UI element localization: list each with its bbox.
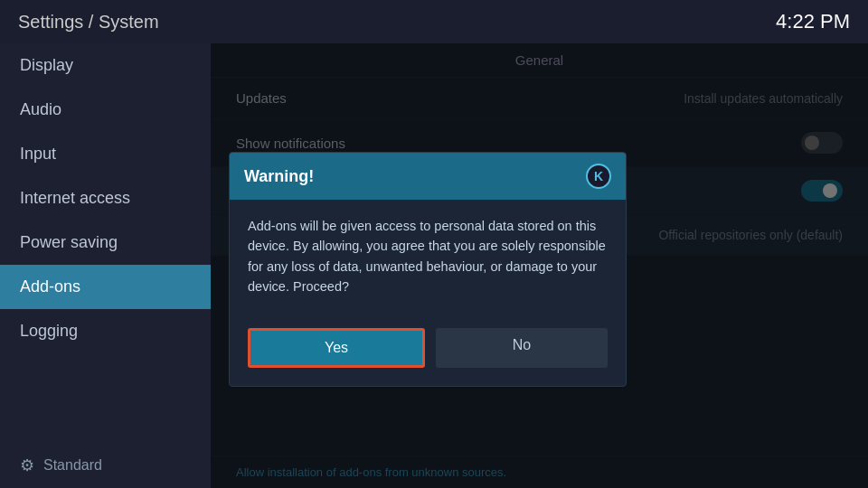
sidebar-item-logging[interactable]: Logging xyxy=(0,309,211,353)
content-area: General Updates Install updates automati… xyxy=(211,43,868,488)
sidebar-footer-label: Standard xyxy=(43,457,102,474)
sidebar-item-add-ons[interactable]: Add-ons xyxy=(0,265,211,309)
sidebar-item-input[interactable]: Input xyxy=(0,132,211,176)
no-button[interactable]: No xyxy=(436,328,608,368)
clock: 4:22 PM xyxy=(776,10,850,33)
modal-body: Add-ons will be given access to personal… xyxy=(230,200,626,314)
modal-header: Warning! K xyxy=(230,153,626,200)
sidebar-item-audio[interactable]: Audio xyxy=(0,88,211,132)
sidebar-footer: ⚙ Standard xyxy=(0,443,211,488)
modal-overlay: Warning! K Add-ons will be given access … xyxy=(211,43,868,488)
modal-actions: Yes No xyxy=(230,314,626,386)
sidebar-item-power-saving[interactable]: Power saving xyxy=(0,221,211,265)
warning-modal: Warning! K Add-ons will be given access … xyxy=(229,152,627,387)
sidebar-item-display[interactable]: Display xyxy=(0,43,211,88)
sidebar: Display Audio Input Internet access Powe… xyxy=(0,43,211,488)
sidebar-nav: Display Audio Input Internet access Powe… xyxy=(0,43,211,353)
kodi-logo-icon: K xyxy=(586,164,611,189)
sidebar-item-internet-access[interactable]: Internet access xyxy=(0,176,211,221)
main-layout: Display Audio Input Internet access Powe… xyxy=(0,43,868,488)
gear-icon: ⚙ xyxy=(20,455,34,475)
yes-button[interactable]: Yes xyxy=(248,328,425,368)
page-title: Settings / System xyxy=(18,12,159,33)
modal-title: Warning! xyxy=(244,167,314,186)
header: Settings / System 4:22 PM xyxy=(0,0,868,43)
